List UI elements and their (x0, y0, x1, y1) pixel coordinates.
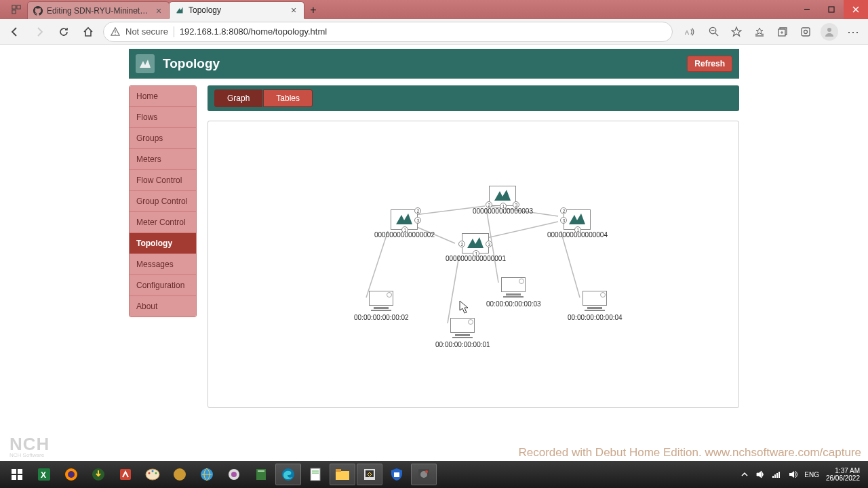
switch-port[interactable]: 2 (458, 241, 465, 247)
menu-icon[interactable]: ⋯ (844, 22, 863, 41)
switch-port[interactable]: 2 (414, 207, 421, 214)
svg-point-47 (231, 472, 237, 477)
task-security[interactable] (384, 464, 410, 485)
svg-rect-19 (802, 28, 810, 36)
host-label: 00:00:00:00:00:01 (435, 341, 490, 348)
topology-canvas[interactable]: 123 0000000000000003 123 000000000000000… (208, 121, 739, 408)
sidebar-item-about[interactable]: About (130, 296, 196, 317)
task-downloads[interactable] (85, 464, 111, 485)
tab-graph[interactable]: Graph (214, 89, 262, 107)
collections-icon[interactable] (776, 25, 789, 39)
sidebar-item-meters[interactable]: Meters (130, 149, 196, 170)
address-bar[interactable]: Not secure 192.168.1.8:8080/home/topolog… (103, 22, 673, 42)
close-icon[interactable]: × (154, 6, 163, 16)
switch-node-s3[interactable]: 123 0000000000000003 (473, 186, 533, 215)
svg-point-37 (68, 471, 75, 478)
task-edge[interactable] (275, 464, 301, 485)
task-app2[interactable] (221, 464, 247, 485)
host-node-h3[interactable]: 00:00:00:00:00:03 (486, 277, 541, 308)
host-label: 00:00:00:00:00:04 (568, 314, 623, 321)
task-explorer[interactable] (330, 464, 355, 485)
host-label: 00:00:00:00:00:02 (354, 314, 409, 321)
svg-rect-30 (12, 469, 16, 474)
zoom-icon[interactable] (707, 25, 720, 39)
back-button[interactable] (5, 22, 24, 41)
tray-network-icon[interactable] (772, 470, 781, 479)
switch-port[interactable]: 2 (560, 207, 567, 214)
favorites-bar-icon[interactable] (753, 25, 766, 39)
task-ie[interactable] (194, 464, 220, 485)
sidebar-item-topology[interactable]: Topology (130, 233, 196, 254)
tray-sound-icon[interactable] (788, 470, 797, 479)
sidebar-item-configuration[interactable]: Configuration (130, 275, 196, 296)
refresh-button[interactable] (54, 22, 73, 41)
switch-port[interactable]: 3 (560, 217, 567, 224)
tray-time[interactable]: 1:37 AM (826, 467, 860, 474)
tray-chevron-icon[interactable] (741, 470, 749, 479)
home-button[interactable] (79, 22, 98, 41)
tab-github[interactable]: Editing SDN-RYU-Mininet-Path × (27, 1, 170, 19)
browser-titlebar: Editing SDN-RYU-Mininet-Path × Topology … (0, 0, 868, 19)
start-button[interactable] (4, 464, 30, 485)
view-tabs: Graph Tables (208, 85, 739, 111)
host-node-h2[interactable]: 00:00:00:00:00:02 (354, 291, 409, 321)
forward-button[interactable] (30, 22, 49, 41)
host-icon (450, 318, 475, 340)
svg-point-61 (425, 470, 428, 473)
task-paint[interactable] (140, 464, 165, 485)
svg-rect-4 (829, 7, 834, 12)
switch-port[interactable]: 3 (486, 241, 492, 247)
host-node-h1[interactable]: 00:00:00:00:00:01 (435, 318, 490, 348)
new-tab-button[interactable]: + (304, 1, 323, 19)
task-sketchup[interactable] (113, 464, 138, 485)
tray-date[interactable]: 26/06/2022 (826, 474, 860, 482)
svg-rect-55 (336, 469, 341, 472)
switch-port[interactable]: 3 (414, 217, 421, 224)
tray-lang[interactable]: ENG (804, 471, 819, 479)
extensions-icon[interactable] (799, 25, 812, 39)
security-label: Not secure (125, 26, 168, 37)
minimize-button[interactable] (795, 0, 819, 19)
switch-node-s4[interactable]: 123 0000000000000004 (547, 209, 608, 239)
sidebar-item-meter-control[interactable]: Meter Control (130, 212, 196, 233)
task-app3[interactable] (248, 464, 274, 485)
task-obs[interactable] (411, 464, 437, 485)
task-notepad[interactable] (302, 464, 328, 485)
sidebar-item-flows[interactable]: Flows (130, 107, 196, 128)
host-node-h4[interactable]: 00:00:00:00:00:04 (568, 291, 623, 321)
system-tray[interactable]: ENG 1:37 AM 26/06/2022 (741, 467, 864, 482)
sidebar-item-messages[interactable]: Messages (130, 254, 196, 275)
host-label: 00:00:00:00:00:03 (486, 300, 541, 308)
sidebar-item-flow-control[interactable]: Flow Control (130, 170, 196, 191)
task-app1[interactable] (167, 464, 193, 485)
tab-topology[interactable]: Topology × (169, 1, 304, 19)
sidebar-item-group-control[interactable]: Group Control (130, 191, 196, 212)
svg-rect-33 (18, 475, 22, 480)
taskbar[interactable]: X ENG 1:37 AM 26/06/2022 (0, 461, 868, 488)
task-putty[interactable] (357, 464, 382, 485)
nch-watermark: NCH NCH Software (9, 434, 50, 458)
sidebar-item-home[interactable]: Home (130, 86, 196, 107)
svg-rect-31 (18, 469, 22, 474)
host-icon (583, 291, 607, 312)
svg-point-44 (174, 468, 186, 481)
favorite-icon[interactable] (730, 25, 743, 39)
read-aloud-icon[interactable]: A (684, 25, 697, 39)
close-icon[interactable]: × (289, 5, 298, 15)
maximize-button[interactable] (819, 0, 844, 19)
window-close-button[interactable] (844, 0, 868, 19)
svg-line-29 (561, 231, 580, 298)
task-firefox[interactable] (58, 464, 84, 485)
svg-text:X: X (41, 470, 46, 480)
svg-text:A: A (685, 28, 689, 35)
refresh-topology-button[interactable]: Refresh (687, 56, 732, 72)
sidebar-item-groups[interactable]: Groups (130, 128, 196, 149)
svg-rect-0 (12, 5, 16, 9)
switch-node-s2[interactable]: 123 0000000000000002 (374, 209, 435, 239)
task-excel[interactable]: X (31, 464, 57, 485)
tab-tables[interactable]: Tables (263, 89, 313, 107)
tab-actions-icon[interactable] (5, 0, 27, 19)
switch-node-s1[interactable]: 123 0000000000000001 (446, 233, 506, 262)
profile-avatar[interactable] (821, 23, 838, 41)
tray-volume-icon[interactable] (755, 470, 765, 479)
